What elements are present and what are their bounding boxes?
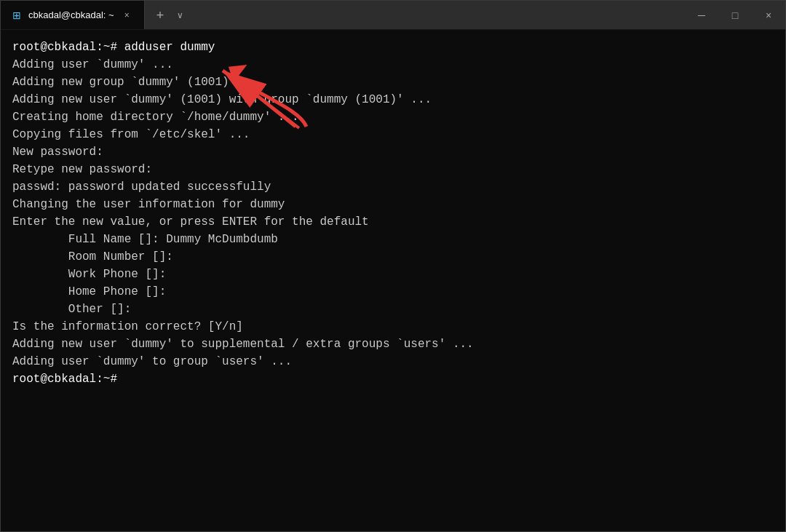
maximize-button[interactable]: □ <box>718 1 752 30</box>
terminal-window: ⊞ cbkadal@cbkadal: ~ × + ∨ ─ □ × root@cb… <box>0 0 786 532</box>
titlebar-right: ─ □ × <box>685 1 785 30</box>
active-tab[interactable]: ⊞ cbkadal@cbkadal: ~ × <box>1 1 145 29</box>
terminal-output: root@cbkadal:~# adduser dummyAdding user… <box>12 39 774 388</box>
new-tab-button[interactable]: + <box>151 6 170 25</box>
dropdown-button[interactable]: ∨ <box>172 7 188 23</box>
titlebar-controls: + ∨ <box>151 6 188 25</box>
tab-close-button[interactable]: × <box>122 9 132 22</box>
terminal-icon: ⊞ <box>12 9 21 21</box>
terminal-body[interactable]: root@cbkadal:~# adduser dummyAdding user… <box>1 30 785 531</box>
titlebar: ⊞ cbkadal@cbkadal: ~ × + ∨ ─ □ × <box>1 1 785 30</box>
minimize-button[interactable]: ─ <box>685 1 718 30</box>
tab-label: cbkadal@cbkadal: ~ <box>28 9 114 20</box>
titlebar-left: ⊞ cbkadal@cbkadal: ~ × + ∨ <box>1 1 188 29</box>
close-button[interactable]: × <box>752 1 785 30</box>
